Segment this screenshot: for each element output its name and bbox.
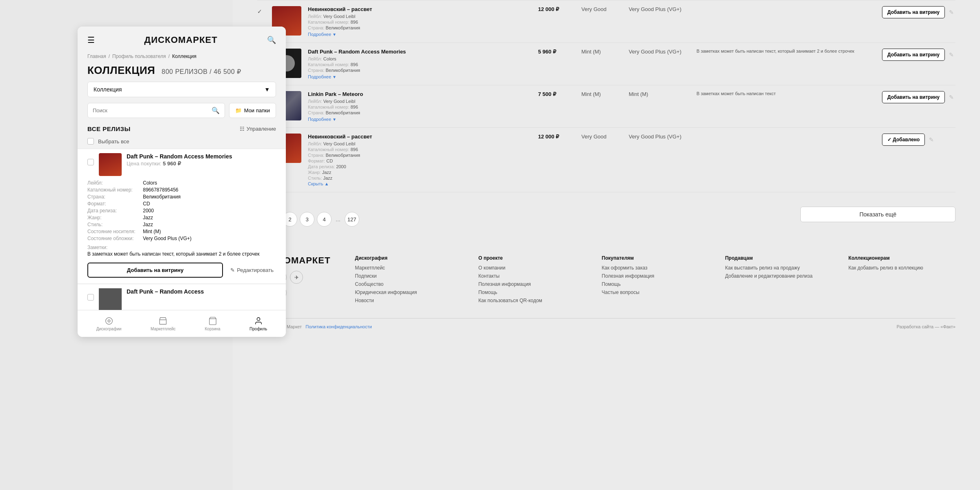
row-1-country: Страна: Великобритания	[308, 25, 532, 30]
footer-link-community[interactable]: Сообщество	[355, 281, 462, 287]
footer-link-help2[interactable]: Помощь	[602, 281, 709, 287]
add-showcase-btn-2[interactable]: Добавить на витрину	[882, 49, 945, 61]
footer-link-help[interactable]: Помощь	[478, 290, 585, 295]
row-2-catalog: Каталожный номер: 896	[308, 62, 532, 67]
footer-link-faq[interactable]: Частые вопросы	[602, 290, 709, 295]
footer-link-useful2[interactable]: Полезная информация	[602, 273, 709, 279]
footer-col-2-title: О проекте	[478, 255, 585, 261]
breadcrumb: Главная / Профиль пользователя / Коллекц…	[78, 53, 286, 62]
release-2-title: Daft Punk – Random Access	[127, 288, 276, 295]
footer-link-legal[interactable]: Юридическая информация	[355, 290, 462, 295]
nav-marketplace[interactable]: Маркетплейс	[151, 316, 176, 331]
privacy-link[interactable]: Политика конфиденциальности	[305, 324, 372, 329]
footer-col-4: Продавцам Как выставить релиз на продажу…	[725, 255, 832, 306]
row-3-cover: Mint (M)	[629, 91, 690, 97]
edit-button-1[interactable]: ✎ Редактировать	[228, 263, 276, 278]
footer-col-5-title: Коллекционерам	[849, 255, 956, 261]
row-2-condition: Mint (M)	[581, 49, 622, 55]
footer-col-3-title: Покупателям	[602, 255, 709, 261]
breadcrumb-profile[interactable]: Профиль пользователя	[112, 53, 166, 59]
row-4-format: Формат: CD	[308, 158, 532, 163]
hamburger-icon[interactable]: ☰	[87, 35, 95, 45]
page-dots: ...	[334, 216, 342, 223]
row-3-details: Linkin Park – Meteoro Лейбл: Very Good L…	[308, 91, 532, 122]
row-4-title: Невинковский – рассвет	[308, 134, 532, 140]
release-2-thumb	[99, 288, 122, 311]
app-title: ДИСКОМАРКЕТ	[144, 35, 217, 45]
row-1-title: Невинковский – рассвет	[308, 6, 532, 12]
row-1-cover: Very Good Plus (VG+)	[629, 6, 690, 12]
footer-link-add-collection[interactable]: Как добавить релиз в коллекцию	[849, 265, 956, 271]
edit-icon-2[interactable]: ✎	[949, 51, 954, 58]
breadcrumb-sep2: /	[168, 53, 169, 59]
edit-icon: ✎	[230, 267, 235, 273]
nav-profile[interactable]: Профиль	[249, 316, 267, 331]
release-1-details: Лейбл: Colors Каталожный номер: 89667878…	[87, 176, 276, 257]
row-4-date: Дата релиза: 2000	[308, 164, 532, 169]
add-showcase-button-1[interactable]: Добавить на витрину	[87, 263, 223, 278]
search-wrap: 🔍	[87, 103, 225, 118]
footer-link-about[interactable]: О компании	[478, 265, 585, 271]
collection-dropdown[interactable]: Коллекция ▼	[87, 82, 276, 97]
nav-cart[interactable]: Корзина	[205, 316, 220, 331]
footer-link-sell[interactable]: Как выставить релиз на продажу	[725, 265, 832, 271]
row-1-more[interactable]: Подробнее ▼	[308, 32, 532, 37]
breadcrumb-home[interactable]: Главная	[87, 53, 106, 59]
footer-top: ДИСКОМАРКЕТ вк ▶ ✈ + R Дискография Марке…	[257, 255, 956, 306]
add-showcase-btn-3[interactable]: Добавить на витрину	[882, 91, 945, 103]
all-releases-row: ВСЕ РЕЛИЗЫ ☷ Управление	[78, 123, 286, 136]
row-2-more[interactable]: Подробнее ▼	[308, 74, 532, 79]
add-showcase-btn-4[interactable]: ✓ Добавлено	[882, 134, 925, 146]
row-2-actions: Добавить на витрину ✎	[882, 49, 956, 61]
edit-icon-1[interactable]: ✎	[949, 9, 954, 16]
footer-link-news[interactable]: Новости	[355, 298, 462, 303]
dropdown-section: Коллекция ▼	[78, 82, 286, 103]
folders-button[interactable]: 📁 Мои папки	[229, 103, 276, 118]
row-1-catalog: Каталожный номер: 896	[308, 20, 532, 24]
footer-link-useful[interactable]: Полезная информация	[478, 281, 585, 287]
search-input[interactable]	[93, 107, 208, 114]
nav-discography[interactable]: Дискографии	[96, 316, 122, 331]
footer-link-qr[interactable]: Как пользоваться QR-кодом	[478, 298, 585, 303]
svg-point-4	[257, 317, 260, 320]
manage-button[interactable]: ☷ Управление	[240, 126, 276, 132]
footer-col-1-title: Дискография	[355, 255, 462, 261]
search-icon[interactable]: 🔍	[267, 36, 276, 45]
collection-title: КОЛЛЕКЦИЯ 800 РЕЛИЗОВ / 46 500 ₽	[87, 64, 276, 77]
page-btn-4[interactable]: 4	[317, 212, 332, 227]
footer-link-marketplace[interactable]: Маркетплейс	[355, 265, 462, 271]
edit-icon-4[interactable]: ✎	[929, 136, 934, 143]
pagination-area: 1 2 3 4 ... 127 Показать ещё	[257, 202, 956, 227]
row-4-hide[interactable]: Скрыть ▲	[308, 181, 532, 186]
footer-link-edit[interactable]: Добавление и редактирование релиза	[725, 273, 832, 279]
select-all-checkbox[interactable]	[87, 138, 94, 145]
row-2-price: 5 960 ₽	[538, 49, 575, 55]
row-3-label: Лейбл: Very Good Leibl	[308, 99, 532, 104]
breadcrumb-sep1: /	[109, 53, 110, 59]
row-2-title: Daft Punk – Random Access Memories	[308, 49, 532, 55]
folder-icon: 📁	[235, 107, 242, 114]
page-btn-last[interactable]: 127	[345, 212, 359, 227]
row-4-genre: Жанр: Jazz	[308, 170, 532, 175]
add-showcase-btn-1[interactable]: Добавить на витрину	[882, 6, 945, 18]
footer-link-contacts[interactable]: Контакты	[478, 273, 585, 279]
release-2-checkbox[interactable]	[87, 294, 94, 301]
row-3-price: 7 500 ₽	[538, 91, 575, 97]
row-1-actions: Добавить на витрину ✎	[882, 6, 956, 18]
release-2-info: Daft Punk – Random Access	[127, 288, 276, 296]
telegram-icon[interactable]: ✈	[290, 271, 303, 284]
show-more-button[interactable]: Показать ещё	[800, 207, 956, 222]
release-1-checkbox[interactable]	[87, 159, 94, 165]
row-2-details: Daft Punk – Random Access Memories Лейбл…	[308, 49, 532, 79]
edit-icon-3[interactable]: ✎	[949, 94, 954, 100]
footer-link-subscriptions[interactable]: Подписки	[355, 273, 462, 279]
row-4-condition: Very Good	[581, 134, 622, 140]
row-2-notes: В заметках может быть написан текст, кот…	[697, 49, 875, 53]
row-3-condition: Mint (M)	[581, 91, 622, 97]
dev-credit: Разработка сайта — «Факт»	[897, 324, 956, 329]
page-btn-3[interactable]: 3	[300, 212, 314, 227]
row-3-more[interactable]: Подробнее ▼	[308, 117, 532, 122]
footer-link-order[interactable]: Как оформить заказ	[602, 265, 709, 271]
row-1-check[interactable]: ✓	[257, 6, 265, 15]
select-all-row: Выбрать все	[78, 136, 286, 149]
